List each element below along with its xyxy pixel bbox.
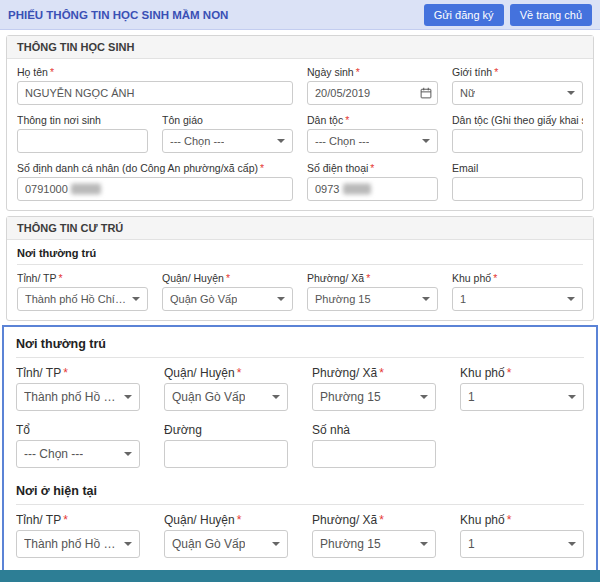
chevron-down-icon — [568, 395, 576, 399]
submit-registration-button[interactable]: Gửi đăng ký — [424, 4, 504, 26]
ton-giao-label: Tôn giáo — [162, 114, 293, 126]
permanent-residence-title: Nơi thường trú — [16, 337, 584, 351]
field-ngay-sinh: Ngày sinh* — [307, 66, 438, 105]
ton-giao-select[interactable]: --- Chọn --- — [162, 129, 293, 153]
footer-bar — [0, 570, 600, 582]
noi-sinh-label: Thông tin nơi sinh — [17, 114, 148, 126]
calendar-icon[interactable] — [420, 87, 432, 99]
permanent-residence-title: Nơi thường trú — [17, 247, 583, 259]
khu-pho-select-permanent[interactable]: 1 — [460, 383, 584, 411]
field-khu-pho: Khu phố* 1 — [460, 366, 584, 411]
so-dinh-danh-input[interactable] — [17, 177, 293, 201]
chevron-down-icon — [277, 297, 285, 301]
so-nha-input-permanent[interactable] — [312, 440, 436, 468]
dan-toc-select[interactable]: --- Chọn --- — [307, 129, 438, 153]
so-dien-thoai-label: Số điện thoại* — [307, 162, 438, 174]
tinh-tp-select-permanent[interactable]: Thành phố Hồ Chí Minh — [16, 383, 140, 411]
gioi-tinh-select[interactable]: Nữ — [452, 81, 583, 105]
chevron-down-icon — [124, 452, 132, 456]
chevron-down-icon — [124, 542, 132, 546]
ngay-sinh-input[interactable] — [307, 81, 438, 105]
duong-input-permanent[interactable] — [164, 440, 288, 468]
field-noi-sinh: Thông tin nơi sinh — [17, 114, 148, 153]
dan-toc-label: Dân tộc* — [307, 114, 438, 126]
residence-summary-body: Nơi thường trú Tỉnh/ TP* Thành phố Hồ Ch… — [7, 240, 593, 320]
residence-info-card: THÔNG TIN CƯ TRÚ Nơi thường trú Tỉnh/ TP… — [6, 216, 594, 321]
divider — [16, 504, 584, 505]
chevron-down-icon — [272, 395, 280, 399]
field-phuong-xa: Phường/ Xã* Phường 15 — [312, 513, 436, 558]
field-duong: Đường — [164, 423, 288, 468]
dan-toc-khai-sinh-input[interactable] — [452, 129, 583, 153]
field-dan-toc: Dân tộc* --- Chọn --- — [307, 114, 438, 153]
permanent-residence-row-summary: Tỉnh/ TP* Thành phố Hồ Chí Minh Quận/ Hu… — [17, 272, 583, 311]
residence-section-title: THÔNG TIN CƯ TRÚ — [7, 217, 593, 240]
field-so-dinh-danh: Số định danh cá nhân (do Công An phường/… — [17, 162, 293, 201]
divider — [17, 264, 583, 265]
chevron-down-icon — [124, 395, 132, 399]
phuong-xa-select-permanent[interactable]: Phường 15 — [312, 383, 436, 411]
chevron-down-icon — [420, 395, 428, 399]
noi-sinh-input[interactable] — [17, 129, 148, 153]
email-label: Email — [452, 162, 583, 174]
so-dien-thoai-wrap — [307, 177, 438, 201]
divider — [16, 357, 584, 358]
field-quan-huyen: Quận/ Huyện* Quận Gò Vấp — [164, 513, 288, 558]
quan-huyen-select-summary[interactable]: Quận Gò Vấp — [162, 287, 293, 311]
chevron-down-icon — [422, 297, 430, 301]
field-quan-huyen: Quận/ Huyện* Quận Gò Vấp — [162, 272, 293, 311]
tinh-tp-select-current[interactable]: Thành phố Hồ Chí Minh — [16, 530, 140, 558]
field-ho-ten: Họ tên* — [17, 66, 293, 105]
so-dien-thoai-input[interactable] — [307, 177, 438, 201]
field-quan-huyen: Quận/ Huyện* Quận Gò Vấp — [164, 366, 288, 411]
field-gioi-tinh: Giới tính* Nữ — [452, 66, 583, 105]
chevron-down-icon — [568, 542, 576, 546]
field-tinh-tp: Tỉnh/ TP* Thành phố Hồ Chí Minh — [16, 513, 140, 558]
chevron-down-icon — [567, 91, 575, 95]
chevron-down-icon — [420, 542, 428, 546]
khu-pho-select-summary[interactable]: 1 — [452, 287, 583, 311]
permanent-residence-row-2: Tổ --- Chọn --- Đường Số nhà — [16, 423, 584, 468]
page: PHIẾU THÔNG TIN HỌC SINH MẦM NON Gửi đăn… — [0, 0, 600, 582]
field-dan-toc-khai-sinh: Dân tộc (Ghi theo giấy khai sinh) — [452, 114, 583, 153]
field-to: Tổ --- Chọn --- — [16, 423, 140, 468]
to-select-permanent[interactable]: --- Chọn --- — [16, 440, 140, 468]
current-residence-row-1: Tỉnh/ TP* Thành phố Hồ Chí Minh Quận/ Hu… — [16, 513, 584, 558]
khu-pho-select-current[interactable]: 1 — [460, 530, 584, 558]
chevron-down-icon — [567, 297, 575, 301]
page-header: PHIẾU THÔNG TIN HỌC SINH MẦM NON Gửi đăn… — [0, 0, 600, 30]
residence-detail-panel: Nơi thường trú Tỉnh/ TP* Thành phố Hồ Ch… — [2, 325, 598, 582]
so-dinh-danh-wrap — [17, 177, 293, 201]
student-fields: Họ tên* Ngày sinh* — [7, 59, 593, 210]
quan-huyen-select-permanent[interactable]: Quận Gò Vấp — [164, 383, 288, 411]
field-khu-pho: Khu phố* 1 — [452, 272, 583, 311]
ngay-sinh-label: Ngày sinh* — [307, 66, 438, 78]
phuong-xa-select-summary[interactable]: Phường 15 — [307, 287, 438, 311]
tinh-tp-select-summary[interactable]: Thành phố Hồ Chí Minh — [17, 287, 148, 311]
phuong-xa-select-current[interactable]: Phường 15 — [312, 530, 436, 558]
page-title: PHIẾU THÔNG TIN HỌC SINH MẦM NON — [8, 9, 228, 21]
quan-huyen-select-current[interactable]: Quận Gò Vấp — [164, 530, 288, 558]
ho-ten-label: Họ tên* — [17, 66, 293, 78]
chevron-down-icon — [132, 297, 140, 301]
chevron-down-icon — [272, 542, 280, 546]
field-so-dien-thoai: Số điện thoại* — [307, 162, 438, 201]
field-phuong-xa: Phường/ Xã* Phường 15 — [312, 366, 436, 411]
ngay-sinh-wrap — [307, 81, 438, 105]
so-dinh-danh-label: Số định danh cá nhân (do Công An phường/… — [17, 162, 293, 174]
field-ton-giao: Tôn giáo --- Chọn --- — [162, 114, 293, 153]
field-tinh-tp: Tỉnh/ TP* Thành phố Hồ Chí Minh — [17, 272, 148, 311]
field-khu-pho: Khu phố* 1 — [460, 513, 584, 558]
header-actions: Gửi đăng ký Về trang chủ — [424, 4, 592, 26]
gioi-tinh-label: Giới tính* — [452, 66, 583, 78]
email-input[interactable] — [452, 177, 583, 201]
field-tinh-tp: Tỉnh/ TP* Thành phố Hồ Chí Minh — [16, 366, 140, 411]
student-info-card: THÔNG TIN HỌC SINH Họ tên* Ngày sinh* — [6, 35, 594, 211]
field-so-nha: Số nhà — [312, 423, 436, 468]
student-section-title: THÔNG TIN HỌC SINH — [7, 36, 593, 59]
permanent-residence-row-1: Tỉnh/ TP* Thành phố Hồ Chí Minh Quận/ Hu… — [16, 366, 584, 411]
home-button[interactable]: Về trang chủ — [510, 4, 592, 26]
ho-ten-input[interactable] — [17, 81, 293, 105]
chevron-down-icon — [422, 139, 430, 143]
field-phuong-xa: Phường/ Xã* Phường 15 — [307, 272, 438, 311]
